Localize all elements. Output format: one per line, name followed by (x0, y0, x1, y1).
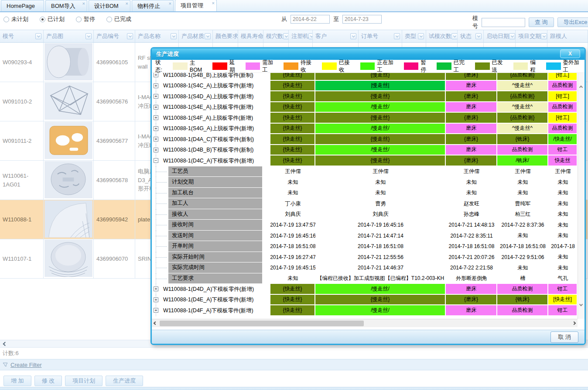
status-cell[interactable]: {快走丝} (270, 134, 315, 145)
filter-dropdown-icon[interactable] (418, 33, 424, 39)
radio-已计划[interactable]: 已计划 (40, 15, 65, 23)
production-progress-button[interactable]: 生产进度 (106, 376, 143, 386)
status-cell[interactable]: [钳工] (548, 73, 578, 81)
status-cell[interactable]: ^慢走丝^ (497, 102, 548, 113)
tab-设计BOM[interactable]: 设计BOM× (89, 0, 130, 11)
radio-circle-icon[interactable] (3, 17, 9, 22)
status-cell[interactable]: ^慢走丝^ (497, 81, 548, 92)
status-cell[interactable]: {磨床} (446, 73, 497, 81)
status-cell[interactable]: {磨床} (446, 113, 497, 124)
filter-dropdown-icon[interactable] (541, 33, 547, 39)
filter-dropdown-icon[interactable] (205, 33, 211, 39)
status-cell[interactable]: {快走丝} (270, 284, 315, 295)
close-tab-icon[interactable]: × (126, 1, 128, 6)
filter-dropdown-icon[interactable] (394, 33, 400, 39)
tree-row[interactable]: +W110088-1(D4D_A)下模板零件(新增){快走丝}/慢走丝/磨床品质… (152, 284, 585, 295)
expand-icon[interactable]: + (154, 94, 158, 99)
collapse-icon[interactable]: − (154, 158, 158, 163)
dialog-title-bar[interactable]: 生产进度 X (152, 48, 585, 60)
status-cell[interactable]: 钳工 (548, 284, 578, 295)
scroll-left-icon[interactable] (154, 321, 157, 325)
status-cell[interactable]: /慢走丝/ (315, 102, 446, 113)
expand-icon[interactable]: + (154, 83, 158, 88)
status-cell[interactable]: /慢走丝/ (315, 305, 446, 316)
tree-row[interactable]: +W110088-1(D4A_C)下模板零件(新制){快走丝}{慢走丝}{磨床}… (152, 134, 585, 145)
filter-dropdown-icon[interactable] (127, 33, 133, 39)
status-cell[interactable]: {磨床} (446, 91, 497, 102)
expand-icon[interactable]: + (154, 105, 158, 110)
expand-icon[interactable]: + (154, 148, 158, 152)
tab-项目管理[interactable]: 项目管理× (175, 0, 217, 11)
status-cell[interactable]: {品质检测} (497, 113, 548, 124)
query-button[interactable]: 查 询 (529, 17, 554, 27)
status-cell[interactable]: 磨床 (446, 145, 497, 156)
close-tab-icon[interactable]: × (212, 1, 215, 5)
grid-horizontal-scrollbar[interactable] (152, 319, 578, 327)
filter-dropdown-icon[interactable] (85, 33, 92, 39)
date-from-input[interactable] (291, 15, 330, 24)
modify-button[interactable]: 修 改 (34, 376, 62, 386)
tree-row[interactable]: +W110088-1(D4F_A)下模板零件(新增){快走丝}/慢走丝/磨床品质… (152, 305, 585, 316)
status-cell[interactable]: {快走丝} (270, 73, 315, 81)
column-header-试模次数[interactable]: 试模次数 (426, 30, 458, 42)
filter-dropdown-icon[interactable] (350, 33, 356, 39)
tab-物料停止[interactable]: 物料停止× (132, 0, 174, 11)
tree-row[interactable]: −W110088-1(D4C_A)下模板零件(新增){快走丝}{慢走丝}{磨床}… (152, 155, 585, 166)
status-cell[interactable]: {品质检测} (497, 73, 548, 81)
status-cell[interactable]: /慢走丝/ (315, 284, 446, 295)
column-header-产品图[interactable]: 产品图 (44, 30, 94, 42)
status-cell[interactable]: {快走丝} (270, 102, 315, 113)
scroll-right-icon[interactable] (572, 321, 576, 325)
scroll-up-icon[interactable] (579, 86, 583, 89)
radio-已完成[interactable]: 已完成 (106, 15, 131, 23)
status-cell[interactable]: {磨床} (446, 134, 497, 145)
status-cell[interactable]: {快走丝} (270, 155, 315, 166)
status-cell[interactable]: 品质检测 (497, 145, 548, 156)
column-header-跟模人[interactable]: 跟模人 (547, 30, 588, 42)
column-header-类型[interactable]: 类型 (402, 30, 426, 42)
add-button[interactable]: 增 加 (3, 376, 31, 386)
scroll-down-icon[interactable] (579, 303, 583, 306)
status-cell[interactable]: {磨床} (446, 295, 497, 306)
status-cell[interactable]: [快走丝] (548, 295, 578, 306)
status-cell[interactable]: {快走丝} (270, 124, 315, 135)
tree-row[interactable]: +W110088-1(D4E_A)下模板零件(新增){快走丝}{慢走丝}{磨床}… (152, 295, 585, 306)
radio-circle-icon[interactable] (76, 17, 82, 22)
grid-vertical-scrollbar[interactable] (578, 73, 585, 319)
filter-dropdown-icon[interactable] (451, 33, 458, 39)
column-header-产品材质[interactable]: 产品材质 (179, 30, 213, 42)
status-cell[interactable]: |慢走丝| (315, 81, 446, 92)
status-cell[interactable]: {快走丝} (270, 81, 315, 92)
status-cell[interactable]: {快走丝} (270, 91, 315, 102)
cancel-button[interactable]: 取 消 (550, 331, 578, 343)
column-header-启动日期[interactable]: 启动日期 (484, 30, 516, 42)
filter-dropdown-icon[interactable] (509, 33, 515, 39)
tree-row[interactable]: +W110088-1(S4B_B)上脱板零件(新制){快走丝}{慢走丝}{磨床}… (152, 73, 585, 81)
status-cell[interactable]: {品质检测} (497, 91, 548, 102)
status-cell[interactable]: [钳工] (548, 91, 578, 102)
filter-dropdown-icon[interactable] (475, 33, 482, 39)
status-cell[interactable]: {慢走丝} (315, 113, 446, 124)
status-cell[interactable]: ^慢走丝^ (497, 124, 548, 135)
status-cell[interactable]: 钳工 (548, 305, 578, 316)
status-cell[interactable]: 磨床 (446, 102, 497, 113)
status-cell[interactable]: /慢走丝/ (315, 124, 446, 135)
column-header-订单号[interactable]: 订单号 (359, 30, 402, 42)
status-cell[interactable]: 磨床 (446, 305, 497, 316)
status-cell[interactable]: 品质检测 (548, 102, 578, 113)
scrollbar-thumb[interactable] (160, 321, 364, 326)
tree-row[interactable]: +W110088-1(S4E_A)上脱板零件(新增){快走丝}/慢走丝/磨床^慢… (152, 102, 585, 113)
status-cell[interactable]: {铣床} (497, 295, 548, 306)
radio-暂停[interactable]: 暂停 (76, 15, 95, 23)
tree-row[interactable]: +W110088-1(S4C_A)上脱板零件(新增){快走丝}|慢走丝|磨床^慢… (152, 81, 585, 92)
status-cell[interactable]: 磨床 (446, 124, 497, 135)
filter-dropdown-icon[interactable] (35, 33, 41, 39)
export-excel-button[interactable]: 导出Exce (557, 17, 588, 27)
expand-icon[interactable]: + (154, 308, 158, 313)
column-header-模具寿命[interactable]: 模具寿命 (238, 30, 263, 42)
filter-dropdown-icon[interactable] (308, 33, 313, 39)
status-cell[interactable]: {铣床} (497, 134, 548, 145)
status-cell[interactable]: 钳工 (548, 145, 578, 156)
status-cell[interactable]: /慢走丝/ (315, 145, 446, 156)
tree-row[interactable]: +W110088-1(S4G_A)上脱板零件(新增){快走丝}/慢走丝/磨床^慢… (152, 124, 585, 135)
